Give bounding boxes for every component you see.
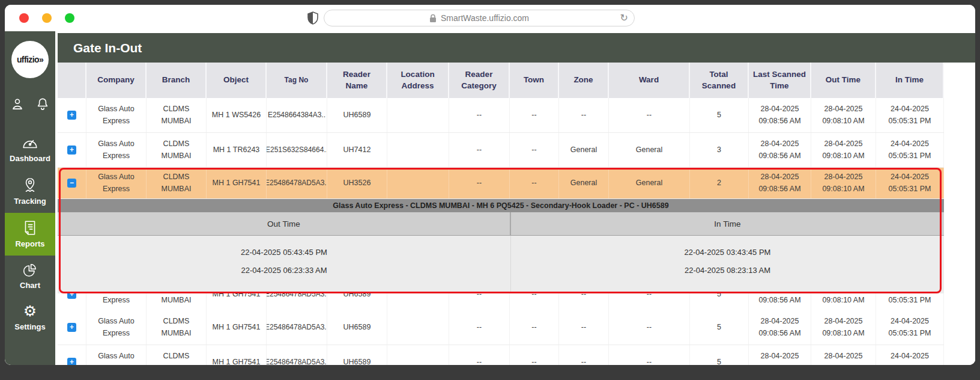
table-cell: 5	[690, 98, 749, 132]
table-cell: 3	[690, 133, 749, 167]
column-header-expand	[58, 63, 86, 98]
table-cell: MH 1 GH7541	[207, 345, 267, 365]
table-cell: 24-04-2025 05:05:31 PM	[876, 98, 944, 132]
table-cell: 5	[690, 293, 749, 310]
table-cell: 2	[690, 168, 749, 198]
column-header-in-time: In Time	[876, 63, 944, 98]
table-cell	[387, 98, 449, 132]
table-body-bottom: +Glass Auto ExpressCLDMS MUMBAIMH 1 GH75…	[58, 310, 944, 365]
sidebar-item-chart[interactable]: Chart	[5, 256, 55, 297]
collapse-row-button[interactable]: −	[67, 179, 76, 188]
sidebar-item-tracking[interactable]: Tracking	[5, 170, 55, 213]
table-cell	[387, 133, 449, 167]
sidebar-item-label: Tracking	[14, 197, 46, 206]
expand-row-button[interactable]: +	[67, 323, 76, 332]
expand-cell: +	[58, 293, 86, 310]
table-row: −Glass Auto ExpressCLDMS MUMBAIMH 1 GH75…	[58, 168, 944, 199]
bell-icon[interactable]	[35, 96, 50, 112]
window-controls	[19, 13, 74, 23]
expand-row-button[interactable]: +	[67, 293, 76, 299]
table-cell: --	[449, 293, 510, 310]
expand-row-button[interactable]: +	[67, 358, 76, 365]
sidebar-item-reports[interactable]: Reports	[5, 213, 55, 256]
expanded-summary-band: Glass Auto Express - CLDMS MUMBAI - MH 6…	[58, 199, 944, 212]
table-cell: --	[449, 133, 510, 167]
expand-row-button[interactable]: +	[67, 146, 76, 155]
column-header-tag-no: Tag No	[267, 63, 327, 98]
table-cell: UH3526	[327, 168, 387, 198]
sidebar: uffizio»	[5, 31, 55, 365]
table-cell: 28-04-2025 09:08:10 AM	[811, 293, 876, 310]
table-cell: Glass Auto Express	[86, 98, 147, 132]
sidebar-item-label: Settings	[14, 322, 45, 331]
table-cell: --	[559, 293, 609, 310]
pie-chart-icon	[22, 262, 38, 278]
table-cell: E25486478AD5A3..	[267, 293, 327, 310]
table-cell: MH 1 GH7541	[207, 310, 267, 345]
table-cell: E25486478AD5A3..	[267, 345, 327, 365]
partially-hidden-row: +Glass Auto ExpressCLDMS MUMBAIMH 1 GH75…	[58, 293, 944, 310]
shield-icon[interactable]	[307, 11, 319, 25]
column-header-total-scanned: Total Scanned	[690, 63, 749, 98]
page-title: Gate In-Out	[73, 41, 142, 55]
url-input[interactable]: SmartWaste.uffizio.com ↻	[324, 10, 635, 26]
column-header-town: Town	[510, 63, 559, 98]
table-cell: --	[559, 310, 609, 345]
table-cell: MH 1 TR6243	[207, 133, 267, 167]
table-row: +Glass Auto ExpressCLDMS MUMBAIMH 1 WS54…	[58, 98, 944, 133]
minimize-button[interactable]	[42, 13, 52, 23]
report-document-icon	[22, 219, 38, 236]
table-cell	[387, 345, 449, 365]
table-cell: UH6589	[327, 293, 387, 310]
close-button[interactable]	[19, 13, 29, 23]
table-cell	[387, 293, 449, 310]
table-cell: 24-04-2025 05:05:31 PM	[876, 133, 944, 167]
sidebar-item-label: Chart	[20, 281, 40, 290]
table-cell: 28-04-2025 09:08:10 AM	[811, 345, 876, 365]
expand-row-button[interactable]: +	[67, 111, 76, 120]
table-cell: 28-04-2025 09:08:10 AM	[811, 310, 876, 345]
table-cell: UH6589	[327, 345, 387, 365]
table-cell: --	[559, 345, 609, 365]
table-cell: 28-04-2025 09:08:56 AM	[749, 310, 811, 345]
table-cell: Glass Auto Express	[86, 168, 147, 198]
expanded-summary-text: Glass Auto Express - CLDMS MUMBAI - MH 6…	[333, 201, 668, 210]
table-cell: 24-04-2025 05:05:31 PM	[876, 168, 944, 198]
table-cell: --	[449, 168, 510, 198]
page-header: Gate In-Out	[58, 33, 975, 63]
expanded-row-group: −Glass Auto ExpressCLDMS MUMBAIMH 1 GH75…	[58, 168, 944, 293]
column-header-zone: Zone	[559, 63, 609, 98]
column-header-last-scanned-time: Last Scanned Time	[749, 63, 811, 98]
column-header-object: Object	[207, 63, 267, 98]
table-header-row: CompanyBranchObjectTag NoReader NameLoca…	[58, 63, 944, 98]
expand-cell: +	[58, 98, 86, 132]
sidebar-item-dashboard[interactable]: Dashboard	[5, 129, 55, 170]
table-cell: 28-04-2025 09:08:56 AM	[749, 98, 811, 132]
table-cell: MH 1 WS5426	[207, 98, 267, 132]
column-header-branch: Branch	[147, 63, 207, 98]
table-cell: --	[510, 345, 559, 365]
column-header-reader-category: Reader Category	[449, 63, 510, 98]
in-time-value: 22-04-2025 08:23:13 AM	[685, 266, 770, 275]
url-text: SmartWaste.uffizio.com	[441, 13, 529, 23]
table-cell: --	[559, 98, 609, 132]
user-icon[interactable]	[10, 96, 25, 112]
table-row: +Glass Auto ExpressCLDMS MUMBAIMH 1 GH75…	[58, 293, 944, 310]
sidebar-item-settings[interactable]: ⚙ Settings	[5, 297, 55, 339]
table-cell: Glass Auto Express	[86, 293, 147, 310]
table-cell: --	[510, 98, 559, 132]
table-cell: General	[609, 133, 690, 167]
logo-text: uffizio»	[17, 55, 43, 64]
table-cell: UH6589	[327, 98, 387, 132]
refresh-button[interactable]: ↻	[620, 12, 628, 23]
browser-chrome: SmartWaste.uffizio.com ↻	[5, 5, 975, 31]
table-cell: 28-04-2025 09:08:56 AM	[749, 168, 811, 198]
table-cell: --	[609, 310, 690, 345]
table-cell: --	[449, 98, 510, 132]
table-cell: 5	[690, 345, 749, 365]
dashboard-icon	[21, 135, 39, 151]
gear-icon: ⚙	[23, 304, 37, 319]
table-cell: MH 1 GH7541	[207, 293, 267, 310]
zoom-button[interactable]	[65, 13, 74, 23]
column-header-ward: Ward	[609, 63, 690, 98]
